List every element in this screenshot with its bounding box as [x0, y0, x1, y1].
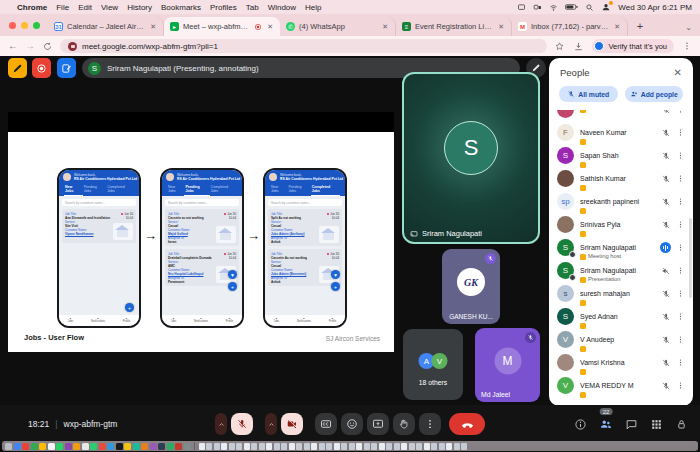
dock-window-thumbnail[interactable] [454, 443, 460, 450]
close-panel-icon[interactable]: ✕ [674, 68, 682, 78]
dock-window-thumbnail[interactable] [214, 443, 220, 450]
dock-window-thumbnail[interactable] [379, 443, 385, 450]
participant-menu-icon[interactable] [676, 266, 685, 275]
menu-item-tab[interactable]: Tab [246, 3, 259, 12]
dock-window-thumbnail[interactable] [281, 443, 287, 450]
participant-menu-icon[interactable] [676, 243, 685, 252]
dock-window-thumbnail[interactable] [431, 443, 437, 450]
screen-record-icon[interactable] [517, 3, 526, 12]
dock-app-icon[interactable] [82, 443, 89, 450]
dock-app-icon[interactable] [167, 443, 174, 450]
menu-item-chrome[interactable]: Chrome [17, 3, 47, 12]
recording-button[interactable] [32, 58, 51, 78]
new-tab-button[interactable]: + [632, 18, 648, 34]
zoom-window-button[interactable] [33, 22, 40, 29]
dock-app-icon[interactable] [175, 443, 182, 450]
participant-menu-icon[interactable] [676, 220, 685, 229]
dock-window-thumbnail[interactable] [341, 443, 347, 450]
menu-item-window[interactable]: Window [268, 3, 296, 12]
bookmark-star-icon[interactable] [554, 41, 565, 52]
forward-button[interactable]: → [25, 41, 35, 51]
user-switcher-icon[interactable] [601, 2, 611, 12]
dock-window-thumbnail[interactable] [326, 443, 332, 450]
dock-app-icon[interactable] [48, 443, 55, 450]
dock-window-thumbnail[interactable] [349, 443, 355, 450]
participant-menu-icon[interactable] [676, 174, 685, 183]
video-tile-others[interactable]: A V 18 others [403, 329, 463, 400]
dock-window-thumbnail[interactable] [199, 443, 205, 450]
dock-window-thumbnail[interactable] [251, 443, 257, 450]
participant-menu-icon[interactable] [676, 358, 685, 367]
browser-tab[interactable]: 31 Calendar – Jaleel Aircon Proj ✕ [48, 17, 164, 36]
reload-button[interactable] [42, 41, 53, 52]
more-options-button[interactable] [419, 413, 441, 435]
profile-chip[interactable]: Verify that it's you [592, 39, 674, 53]
dock-app-icon[interactable] [14, 443, 21, 450]
people-toggle[interactable]: 22 [599, 417, 613, 431]
dock-window-thumbnail[interactable] [439, 443, 445, 450]
reactions-button[interactable] [341, 413, 363, 435]
dock-window-thumbnail[interactable] [304, 443, 310, 450]
close-tab-icon[interactable]: ✕ [266, 23, 274, 31]
dock-app-icon[interactable] [107, 443, 114, 450]
camera-options-chevron[interactable] [265, 413, 277, 435]
activities-icon[interactable] [650, 418, 663, 431]
menu-item-view[interactable]: View [101, 3, 118, 12]
menu-item-edit[interactable]: Edit [78, 3, 92, 12]
address-bar[interactable]: meet.google.com/wxp-abfm-gtm?pli=1 [60, 39, 547, 53]
participant-menu-icon[interactable] [676, 151, 685, 160]
stage-manager-icon[interactable] [533, 3, 542, 12]
participant-menu-icon[interactable] [676, 289, 685, 298]
participant-menu-icon[interactable] [676, 381, 685, 390]
chat-icon[interactable] [625, 418, 638, 431]
url-text[interactable]: meet.google.com/wxp-abfm-gtm?pli=1 [82, 42, 218, 51]
battery-icon[interactable] [565, 3, 578, 11]
dock-app-icon[interactable] [158, 443, 165, 450]
dock-window-thumbnail[interactable] [289, 443, 295, 450]
panel-scrollbar[interactable] [689, 218, 692, 298]
close-window-button[interactable] [9, 22, 16, 29]
spotlight-icon[interactable] [585, 3, 594, 12]
dock-app-icon[interactable] [141, 443, 148, 450]
dock-window-thumbnail[interactable] [259, 443, 265, 450]
menu-item-profiles[interactable]: Profiles [210, 3, 237, 12]
add-people-button[interactable]: Add people [625, 86, 684, 102]
menu-item-file[interactable]: File [56, 3, 69, 12]
browser-tab[interactable]: ▸ Meet – wxp-abfm-gtm ✕ [164, 17, 280, 36]
dock-window-thumbnail[interactable] [461, 443, 467, 450]
dock-app-icon[interactable] [5, 443, 12, 450]
menu-item-history[interactable]: History [127, 3, 152, 12]
browser-tab[interactable]: ≡ Event Registration Link - Ho... ✕ [396, 17, 512, 36]
mic-options-chevron[interactable] [215, 413, 227, 435]
dock-app-icon[interactable] [184, 443, 191, 450]
dock-window-thumbnail[interactable] [311, 443, 317, 450]
dock-app-icon[interactable] [31, 443, 38, 450]
dock-app-icon[interactable] [90, 443, 97, 450]
browser-tab[interactable]: ✆ (4) WhatsApp ✕ [280, 17, 396, 36]
close-tab-icon[interactable]: ✕ [613, 23, 621, 31]
captions-button[interactable] [315, 413, 337, 435]
all-muted-button[interactable]: All muted [559, 86, 618, 102]
minimize-window-button[interactable] [21, 22, 28, 29]
macos-dock[interactable] [2, 441, 698, 451]
participant-menu-icon[interactable] [676, 197, 685, 206]
dock-app-icon[interactable] [124, 443, 131, 450]
dock-app-icon[interactable] [22, 443, 29, 450]
wifi-icon[interactable] [549, 3, 558, 12]
dock-window-thumbnail[interactable] [274, 443, 280, 450]
dock-window-thumbnail[interactable] [334, 443, 340, 450]
dock-window-thumbnail[interactable] [416, 443, 422, 450]
dock-window-thumbnail[interactable] [424, 443, 430, 450]
dock-window-thumbnail[interactable] [229, 443, 235, 450]
video-tile-jaleel[interactable]: M Md Jaleel [475, 328, 540, 402]
close-tab-icon[interactable]: ✕ [497, 23, 505, 31]
dock-window-thumbnail[interactable] [386, 443, 392, 450]
people-icon[interactable] [599, 417, 613, 431]
dock-window-thumbnail[interactable] [401, 443, 407, 450]
dock-app-icon[interactable] [133, 443, 140, 450]
dock-window-thumbnail[interactable] [394, 443, 400, 450]
dock-window-thumbnail[interactable] [244, 443, 250, 450]
close-tab-icon[interactable]: ✕ [149, 23, 157, 31]
participant-menu-icon[interactable] [676, 110, 685, 114]
browser-tab[interactable]: M Inbox (77,162) - parvez007... ✕ [512, 17, 628, 36]
